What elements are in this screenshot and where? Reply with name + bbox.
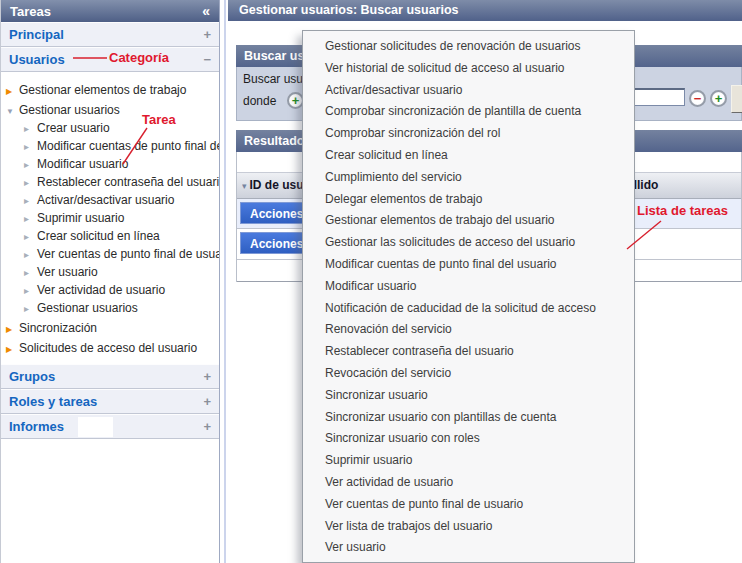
column-header-user-id[interactable]: ▾ID de usuario [242,178,304,192]
plus-icon: + [715,92,723,105]
category-toggle-icon[interactable]: + [203,369,211,384]
category-toggle-icon[interactable]: + [203,27,211,42]
context-menu-item[interactable]: Notificación de caducidad de la solicitu… [303,298,634,320]
tree-arrow-icon [6,81,19,99]
context-menu-item[interactable]: Activar/desactivar usuario [303,80,634,102]
collapse-sidebar-icon[interactable]: « [202,3,210,19]
context-menu-item[interactable]: Ver lista de trabajos del usuario [303,516,634,538]
add-row-button[interactable]: + [710,90,727,107]
tree-arrow-icon [24,299,37,317]
tree-item-label: Activar/desactivar usuario [37,193,174,207]
tree-arrow-icon [6,339,19,357]
tree-arrow-icon [24,227,37,245]
tree-item-label: Ver usuario [37,265,98,279]
sidebar-category-row[interactable]: Usuarios − [1,47,219,72]
plus-icon: + [292,94,300,107]
tree-item[interactable]: Ver actividad de usuario [1,281,219,299]
actions-context-menu: Gestionar solicitudes de renovación de u… [302,30,635,563]
context-menu-item[interactable]: Modificar usuario [303,276,634,298]
app-window: Tareas « Principal + Usuarios − Gestiona… [0,0,742,563]
sidebar-main-divider [224,0,226,563]
tree-arrow-icon [6,319,19,337]
tree-arrow-icon [24,191,37,209]
context-menu-item[interactable]: Sincronizar usuario [303,385,634,407]
tree-item[interactable]: Restablecer contraseña del usuario [1,173,219,191]
tree-arrow-icon [24,173,37,191]
context-menu-item[interactable]: Comprobar sincronización del rol [303,123,634,145]
context-menu-item[interactable]: Cumplimiento del servicio [303,167,634,189]
task-tree: Gestionar elementos de trabajo Gestionar… [1,72,219,364]
tree-item[interactable]: Gestionar elementos de trabajo [1,81,219,99]
sidebar-category-label: Informes [9,419,64,434]
sidebar-header: Tareas « [1,0,219,22]
tree-item-label: Sincronización [19,321,97,335]
search-button[interactable] [731,85,742,113]
remove-row-button[interactable]: − [689,90,706,107]
tree-item[interactable]: Ver cuentas de punto final de usuario [1,245,219,263]
context-menu-item[interactable]: Crear solicitud en línea [303,145,634,167]
tree-item-label: Gestionar usuarios [37,301,138,315]
sidebar-category-label: Principal [9,27,64,42]
tree-arrow-icon [24,137,37,155]
tree-arrow-icon [24,263,37,281]
tree-item-label: Crear usuario [37,121,110,135]
tree-arrow-icon [6,101,19,119]
context-menu-item[interactable]: Suprimir usuario [303,450,634,472]
tree-arrow-icon [24,209,37,227]
sidebar-category-label: Grupos [9,369,55,384]
sort-descending-icon: ▾ [242,181,247,191]
tree-arrow-icon [24,119,37,137]
sidebar-category-row[interactable]: Principal + [1,22,219,47]
sidebar-category-row[interactable]: Roles y tareas + [1,389,219,414]
context-menu-item[interactable]: Restablecer contraseña del usuario [303,341,634,363]
context-menu-item[interactable]: Ver usuario [303,537,634,559]
context-menu-item[interactable]: Modificar cuentas de punto final del usu… [303,254,634,276]
where-label: donde [243,94,276,108]
tree-item-label: Gestionar elementos de trabajo [19,83,186,97]
context-menu-item[interactable]: Comprobar sincronización de plantilla de… [303,101,634,123]
sidebar-category-row[interactable]: Grupos + [1,364,219,389]
tree-item-label: Modificar cuentas de punto final de usua… [37,139,219,153]
context-menu-item[interactable]: Gestionar elementos de trabajo del usuar… [303,210,634,232]
tasks-sidebar: Tareas « Principal + Usuarios − Gestiona… [0,0,220,563]
tree-item[interactable]: Ver usuario [1,263,219,281]
category-toggle-icon[interactable]: + [203,394,211,409]
sidebar-category-label: Usuarios [9,52,65,67]
category-toggle-icon[interactable]: − [203,52,211,67]
context-menu-item[interactable]: Gestionar las solicitudes de acceso del … [303,232,634,254]
context-menu-item[interactable]: Ver historial de solicitud de acceso al … [303,58,634,80]
tree-item[interactable]: Suprimir usuario [1,209,219,227]
page-title: Gestionar usuarios: Buscar usuarios [228,0,742,21]
tree-arrow-icon [24,155,37,173]
tree-item[interactable]: Modificar usuario [1,155,219,173]
tree-item[interactable]: Gestionar usuarios [1,101,219,119]
redaction-patch [78,417,113,437]
category-toggle-icon[interactable]: + [203,419,211,434]
tree-item[interactable]: Modificar cuentas de punto final de usua… [1,137,219,155]
tree-item-label: Crear solicitud en línea [37,229,160,243]
tree-item-label: Ver cuentas de punto final de usuario [37,247,219,261]
tree-item[interactable]: Activar/desactivar usuario [1,191,219,209]
context-menu-item[interactable]: Ver actividad de usuario [303,472,634,494]
tree-item[interactable]: Solicitudes de acceso del usuario [1,339,219,357]
tree-item-label: Modificar usuario [37,157,128,171]
minus-icon: − [694,92,702,105]
tree-item-label: Solicitudes de acceso del usuario [19,341,197,355]
tree-item-label: Gestionar usuarios [19,103,120,117]
context-menu-item[interactable]: Renovación del servicio [303,319,634,341]
tree-item[interactable]: Crear usuario [1,119,219,137]
context-menu-item[interactable]: Revocación del servicio [303,363,634,385]
tree-item[interactable]: Gestionar usuarios [1,299,219,317]
tree-arrow-icon [24,281,37,299]
context-menu-item[interactable]: Ver cuentas de punto final de usuario [303,494,634,516]
context-menu-item[interactable]: Sincronizar usuario con plantillas de cu… [303,407,634,429]
tree-item[interactable]: Sincronización [1,319,219,337]
tree-item[interactable]: Crear solicitud en línea [1,227,219,245]
context-menu-item[interactable]: Sincronizar usuario con roles [303,428,634,450]
tree-item-label: Ver actividad de usuario [37,283,165,297]
tree-item-label: Restablecer contraseña del usuario [37,175,219,189]
tree-item-label: Suprimir usuario [37,211,124,225]
sidebar-category-label: Roles y tareas [9,394,97,409]
context-menu-item[interactable]: Gestionar solicitudes de renovación de u… [303,36,634,58]
context-menu-item[interactable]: Delegar elementos de trabajo [303,189,634,211]
